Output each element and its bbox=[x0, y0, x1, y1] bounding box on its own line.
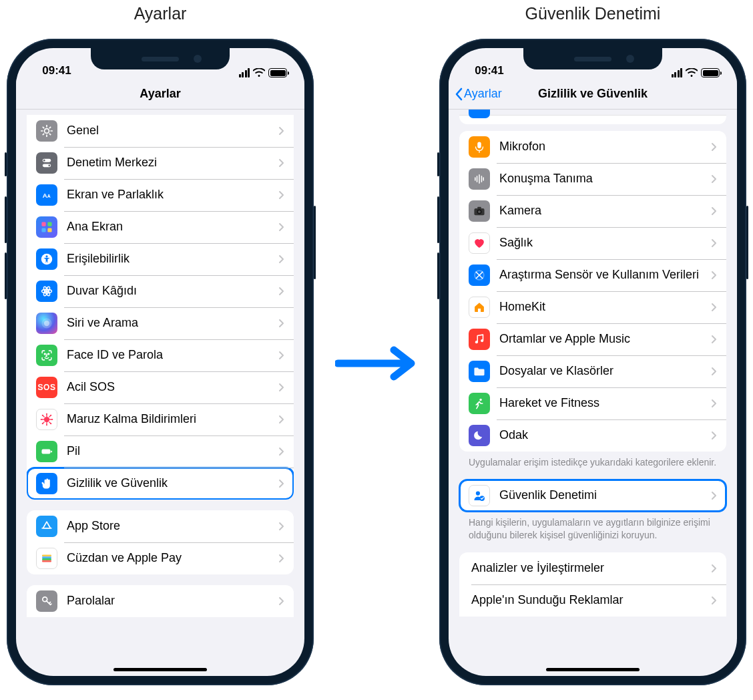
settings-row-analytics[interactable]: Analizler ve İyileştirmeler bbox=[459, 552, 726, 584]
battery-icon bbox=[36, 441, 57, 462]
settings-row-motion[interactable]: Hareket ve Fitness bbox=[459, 387, 726, 419]
chevron-right-icon bbox=[711, 399, 717, 408]
virus-icon bbox=[36, 409, 57, 430]
chevron-right-icon bbox=[711, 271, 717, 280]
appstore-icon bbox=[36, 516, 57, 537]
folder-icon bbox=[469, 361, 490, 382]
wifi-icon bbox=[686, 68, 698, 77]
apps-grid-icon bbox=[36, 216, 57, 238]
chevron-right-icon bbox=[711, 491, 717, 500]
chevron-right-icon bbox=[711, 335, 717, 344]
settings-row-siri[interactable]: Siri ve Arama bbox=[27, 307, 294, 339]
battery-icon bbox=[268, 68, 287, 77]
settings-row-health[interactable]: Sağlık bbox=[459, 227, 726, 259]
settings-row-files[interactable]: Dosyalar ve Klasörler bbox=[459, 355, 726, 387]
settings-row-speech[interactable]: Konuşma Tanıma bbox=[459, 163, 726, 195]
wifi-icon bbox=[253, 68, 265, 77]
settings-row-home-screen[interactable]: Ana Ekran bbox=[27, 211, 294, 243]
chevron-right-icon bbox=[278, 554, 284, 563]
siri-icon bbox=[36, 313, 57, 334]
settings-row-privacy[interactable]: Gizlilik ve Güvenlik bbox=[27, 468, 294, 500]
home-icon bbox=[469, 297, 490, 318]
chevron-right-icon bbox=[711, 174, 717, 184]
chevron-right-icon bbox=[711, 303, 717, 312]
settings-row-battery[interactable]: Pil bbox=[27, 435, 294, 468]
chevron-right-icon bbox=[278, 158, 284, 168]
chevron-right-icon bbox=[278, 222, 284, 232]
settings-row-accessibility[interactable]: Erişilebilirlik bbox=[27, 243, 294, 275]
chevron-right-icon bbox=[711, 206, 717, 216]
nav-bar: Ayarlar bbox=[16, 79, 304, 110]
home-indicator bbox=[113, 668, 207, 671]
row-label: Cüzdan ve Apple Pay bbox=[67, 551, 278, 566]
row-label: Face ID ve Parola bbox=[67, 348, 278, 363]
svg-point-21 bbox=[45, 290, 48, 293]
row-label: Genel bbox=[67, 124, 278, 138]
row-label: Ekran ve Parlaklık bbox=[67, 188, 278, 202]
settings-row-appstore[interactable]: App Store bbox=[27, 510, 294, 542]
row-label: Mikrofon bbox=[499, 140, 711, 154]
chevron-right-icon bbox=[711, 142, 717, 152]
notch bbox=[91, 48, 230, 69]
row-label: Hareket ve Fitness bbox=[499, 396, 711, 411]
svg-point-26 bbox=[44, 321, 49, 326]
svg-point-45 bbox=[50, 415, 51, 416]
cellular-signal-icon bbox=[239, 68, 250, 77]
row-label: HomeKit bbox=[499, 300, 711, 315]
svg-rect-50 bbox=[42, 556, 51, 558]
settings-row-camera[interactable]: Kamera bbox=[459, 195, 726, 227]
row-label: Ana Ekran bbox=[67, 220, 278, 234]
svg-rect-18 bbox=[47, 228, 51, 232]
chevron-right-icon bbox=[278, 126, 284, 136]
music-icon bbox=[469, 329, 490, 350]
settings-row-display[interactable]: AA Ekran ve Parlaklık bbox=[27, 179, 294, 211]
svg-line-7 bbox=[43, 134, 44, 135]
person-check-icon bbox=[469, 485, 490, 506]
settings-row-general[interactable]: Genel bbox=[27, 115, 294, 147]
svg-point-64 bbox=[475, 341, 478, 343]
svg-point-42 bbox=[42, 415, 43, 416]
settings-row-passwords[interactable]: Parolalar bbox=[27, 585, 294, 617]
settings-row-microphone[interactable]: Mikrofon bbox=[459, 131, 726, 163]
settings-row-homekit[interactable]: HomeKit bbox=[459, 291, 726, 323]
row-label: App Store bbox=[67, 519, 278, 534]
camera-icon bbox=[469, 200, 490, 222]
settings-row-media[interactable]: Ortamlar ve Apple Music bbox=[459, 323, 726, 355]
settings-row-sos[interactable]: SOS Acil SOS bbox=[27, 371, 294, 403]
settings-row-apple-ads[interactable]: Apple'ın Sunduğu Reklamlar bbox=[459, 584, 726, 617]
svg-point-38 bbox=[46, 413, 47, 415]
chevron-right-icon bbox=[711, 367, 717, 376]
svg-point-10 bbox=[43, 160, 45, 162]
text-size-icon: AA bbox=[36, 184, 57, 206]
back-button[interactable]: Ayarlar bbox=[454, 87, 502, 101]
svg-point-43 bbox=[50, 423, 51, 424]
settings-row-faceid[interactable]: Face ID ve Parola bbox=[27, 339, 294, 371]
page-heading-left: Ayarlar bbox=[0, 4, 320, 23]
settings-row-exposure[interactable]: Maruz Kalma Bildirimleri bbox=[27, 403, 294, 435]
svg-rect-54 bbox=[477, 142, 481, 148]
svg-point-44 bbox=[42, 423, 43, 424]
phone-mockup-right: 09:41 Ayarlar Gizlilik ve Güvenlik Mikro… bbox=[439, 39, 746, 685]
svg-line-6 bbox=[49, 134, 51, 135]
settings-row-research[interactable]: Araştırma Sensör ve Kullanım Verileri bbox=[459, 259, 726, 291]
svg-point-40 bbox=[41, 419, 42, 420]
settings-row-control-center[interactable]: Denetim Merkezi bbox=[27, 147, 294, 179]
settings-group: App Store Cüzdan ve Apple Pay bbox=[27, 510, 294, 574]
row-label: Maruz Kalma Bildirimleri bbox=[67, 412, 278, 427]
svg-point-29 bbox=[44, 417, 49, 422]
svg-rect-15 bbox=[41, 222, 45, 226]
row-label: Dosyalar ve Klasörler bbox=[499, 364, 711, 379]
sos-icon: SOS bbox=[36, 377, 57, 398]
settings-row-safety-check[interactable]: Güvenlik Denetimi bbox=[459, 480, 726, 512]
settings-row-wallet[interactable]: Cüzdan ve Apple Pay bbox=[27, 542, 294, 574]
svg-point-66 bbox=[479, 399, 481, 401]
settings-row-focus[interactable]: Odak bbox=[459, 419, 726, 452]
settings-row-wallpaper[interactable]: Duvar Kâğıdı bbox=[27, 275, 294, 307]
cellular-signal-icon bbox=[672, 68, 683, 77]
svg-point-0 bbox=[45, 129, 49, 134]
gear-icon bbox=[36, 120, 57, 142]
home-indicator bbox=[546, 668, 640, 671]
svg-rect-16 bbox=[47, 222, 51, 226]
chevron-right-icon bbox=[711, 564, 717, 573]
accessibility-icon bbox=[36, 248, 57, 270]
